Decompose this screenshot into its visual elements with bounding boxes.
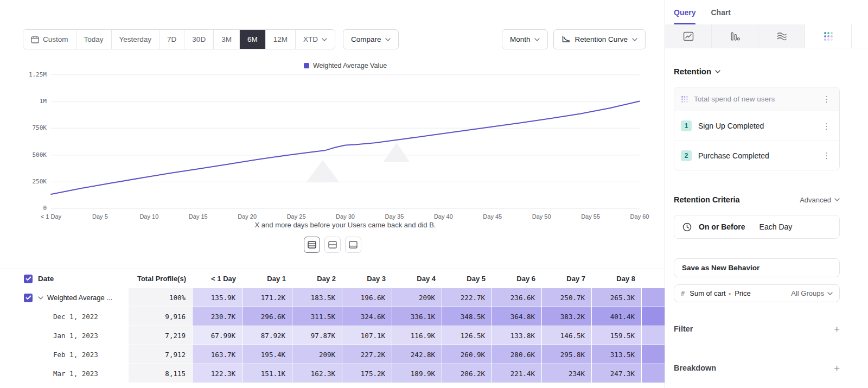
retention-value-cell[interactable]: 401.4K bbox=[592, 307, 642, 326]
tab-chart[interactable]: Chart bbox=[711, 0, 731, 24]
retention-value-cell[interactable]: 364.8K bbox=[492, 307, 542, 326]
range-button-yesterday[interactable]: Yesterday bbox=[112, 30, 160, 49]
app: CustomTodayYesterday7D30D3M6M12MXTD Comp… bbox=[0, 0, 868, 388]
retention-value-cell[interactable]: 250.7K bbox=[542, 288, 592, 307]
retention-value-cell[interactable]: 146.5K bbox=[542, 326, 592, 345]
compare-button[interactable]: Compare bbox=[343, 29, 399, 49]
sidebar-tabs: QueryChart bbox=[665, 0, 868, 24]
measure-event: Sum of cart bbox=[690, 289, 725, 297]
retention-value-cell[interactable]: 236.6K bbox=[492, 288, 542, 307]
tab-query[interactable]: Query bbox=[674, 0, 695, 24]
retention-value-cell[interactable]: 162.3K bbox=[292, 364, 342, 383]
range-button-30d[interactable]: 30D bbox=[184, 30, 214, 49]
kebab-menu-icon[interactable]: ⋮ bbox=[820, 150, 833, 161]
measure-row[interactable]: # Sum of cart ▸ Price All Groups bbox=[674, 284, 840, 302]
retention-value-cell[interactable]: 221.4K bbox=[492, 364, 542, 383]
retention-value-cell[interactable]: 122.3K bbox=[193, 364, 242, 383]
retention-criteria-header: Retention Criteria Advanced bbox=[674, 195, 840, 204]
retention-value-cell[interactable]: 133.8K bbox=[492, 326, 542, 345]
groups-dropdown[interactable]: All Groups bbox=[791, 289, 833, 297]
behavior-header[interactable]: Total spend of new users ⋮ bbox=[674, 87, 839, 111]
retention-criteria-card[interactable]: On or Before Each Day bbox=[674, 215, 840, 239]
retention-value-cell[interactable]: 97.87K bbox=[292, 326, 342, 345]
chevron-down-icon bbox=[534, 38, 540, 41]
retention-value-cell[interactable]: 126.5K bbox=[442, 326, 492, 345]
flows-report-tab[interactable] bbox=[758, 24, 805, 48]
report-section-dropdown[interactable]: Retention bbox=[674, 67, 720, 76]
insights-report-tab[interactable] bbox=[665, 24, 712, 48]
retention-value-cell[interactable]: 116.9K bbox=[392, 326, 442, 345]
kebab-menu-icon[interactable]: ⋮ bbox=[820, 94, 833, 104]
row-label: Feb 1, 2023 bbox=[38, 351, 98, 359]
add-breakdown-button[interactable]: + bbox=[834, 363, 840, 373]
chevron-down-icon bbox=[38, 296, 43, 300]
report-type-tabs bbox=[665, 24, 868, 48]
retention-value-cell[interactable]: 324.6K bbox=[342, 307, 392, 326]
save-behavior-button[interactable]: Save as New Behavior bbox=[674, 258, 840, 277]
retention-value-cell[interactable]: 222.7K bbox=[442, 288, 492, 307]
layout-toggle-split[interactable] bbox=[304, 237, 320, 253]
retention-value-cell[interactable]: 242.8K bbox=[392, 345, 442, 364]
retention-value-cell[interactable]: 227.2K bbox=[342, 345, 392, 364]
retention-value-cell[interactable]: 195.4K bbox=[242, 345, 292, 364]
kebab-menu-icon[interactable]: ⋮ bbox=[820, 121, 833, 131]
retention-value-cell[interactable]: 163.7K bbox=[193, 345, 242, 364]
retention-value-cell[interactable]: 151.1K bbox=[242, 364, 292, 383]
layout-toggle-table-only[interactable] bbox=[345, 237, 361, 253]
retention-value-cell[interactable]: 313.5K bbox=[592, 345, 642, 364]
advanced-dropdown[interactable]: Advanced bbox=[800, 196, 840, 204]
chart-legend[interactable]: Weighted Average Value bbox=[51, 62, 640, 69]
expand-chevron-icon[interactable] bbox=[38, 296, 43, 300]
funnels-report-tab[interactable] bbox=[712, 24, 758, 48]
row-checkbox[interactable] bbox=[24, 294, 33, 302]
retention-value-cell[interactable]: 260.9K bbox=[442, 345, 492, 364]
retention-value-cell[interactable]: 87.92K bbox=[242, 326, 292, 345]
retention-value-cell[interactable]: 209K bbox=[392, 288, 442, 307]
retention-value-cell[interactable]: 265.3K bbox=[592, 288, 642, 307]
retention-value-cell[interactable]: 234K bbox=[542, 364, 592, 383]
retention-value-cell[interactable]: 206.2K bbox=[442, 364, 492, 383]
layout-toggle-chart-only[interactable] bbox=[324, 237, 341, 253]
range-button-7d[interactable]: 7D bbox=[159, 30, 184, 49]
retention-value-cell[interactable]: 67.99K bbox=[193, 326, 242, 345]
column-header-day: Day 7 bbox=[542, 269, 592, 288]
measure-property: Price bbox=[735, 289, 751, 297]
behavior-step[interactable]: 1Sign Up Completed⋮ bbox=[674, 111, 839, 141]
retention-value-cell[interactable]: 348.5K bbox=[442, 307, 492, 326]
retention-value-cell[interactable]: 383.2K bbox=[542, 307, 592, 326]
range-button-custom[interactable]: Custom bbox=[23, 30, 76, 49]
retention-value-cell[interactable]: 295.8K bbox=[542, 345, 592, 364]
retention-value-cell[interactable]: 183.5K bbox=[292, 288, 342, 307]
retention-value-cell[interactable]: 311.5K bbox=[292, 307, 342, 326]
layout-toggles bbox=[0, 237, 665, 253]
range-button-today[interactable]: Today bbox=[76, 30, 112, 49]
retention-value-cell[interactable]: 209K bbox=[292, 345, 342, 364]
range-button-6m[interactable]: 6M bbox=[240, 30, 266, 49]
retention-value-cell[interactable]: 230.7K bbox=[193, 307, 242, 326]
retention-value-cell[interactable]: 280.6K bbox=[492, 345, 542, 364]
retention-value-cell[interactable]: 171.2K bbox=[242, 288, 292, 307]
retention-value-cell[interactable]: 135.9K bbox=[193, 288, 242, 307]
table-row: Weighted Average ...100%135.9K171.2K183.… bbox=[0, 288, 665, 307]
chart-type-button[interactable]: Retention Curve bbox=[553, 29, 646, 49]
retention-value-cell[interactable]: 336.1K bbox=[392, 307, 442, 326]
column-header-day: Day 2 bbox=[292, 269, 342, 288]
range-button-3m[interactable]: 3M bbox=[214, 30, 240, 49]
retention-value-cell[interactable]: 107.1K bbox=[342, 326, 392, 345]
retention-value-cell[interactable]: 159.5K bbox=[592, 326, 642, 345]
retention-report-tab[interactable] bbox=[805, 24, 852, 48]
check-icon bbox=[25, 295, 31, 300]
retention-value-cell[interactable]: 189.9K bbox=[392, 364, 442, 383]
split-layout-icon bbox=[308, 241, 316, 249]
retention-value-cell[interactable]: 296.6K bbox=[242, 307, 292, 326]
retention-value-cell[interactable]: 175.2K bbox=[342, 364, 392, 383]
retention-value-cell[interactable]: 196.6K bbox=[342, 288, 392, 307]
retention-value-cell[interactable]: 247.3K bbox=[592, 364, 642, 383]
range-button-xtd[interactable]: XTD bbox=[296, 30, 335, 49]
add-filter-button[interactable]: + bbox=[834, 324, 840, 334]
range-button-12m[interactable]: 12M bbox=[266, 30, 296, 49]
behavior-step[interactable]: 2Purchase Completed⋮ bbox=[674, 141, 839, 170]
granularity-button[interactable]: Month bbox=[502, 29, 548, 49]
row-pad bbox=[0, 364, 24, 383]
select-all-checkbox[interactable] bbox=[24, 275, 33, 283]
